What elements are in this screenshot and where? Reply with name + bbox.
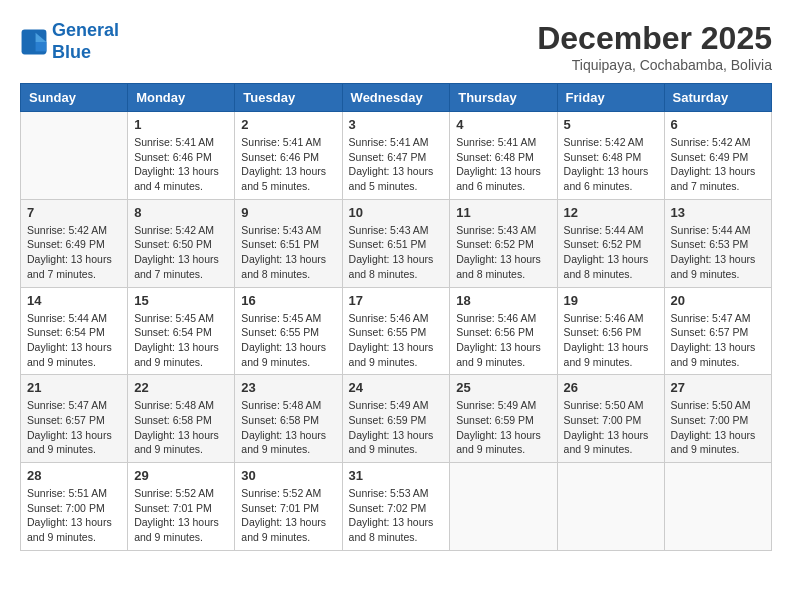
day-number: 17 xyxy=(349,293,444,308)
calendar-cell: 17Sunrise: 5:46 AMSunset: 6:55 PMDayligh… xyxy=(342,287,450,375)
logo-icon xyxy=(20,28,48,56)
logo-line1: General xyxy=(52,20,119,40)
calendar-cell xyxy=(557,463,664,551)
day-number: 30 xyxy=(241,468,335,483)
day-info: Sunrise: 5:52 AMSunset: 7:01 PMDaylight:… xyxy=(241,486,335,545)
calendar-cell: 27Sunrise: 5:50 AMSunset: 7:00 PMDayligh… xyxy=(664,375,771,463)
day-number: 23 xyxy=(241,380,335,395)
page-header: General Blue December 2025 Tiquipaya, Co… xyxy=(20,20,772,73)
calendar-cell: 8Sunrise: 5:42 AMSunset: 6:50 PMDaylight… xyxy=(128,199,235,287)
calendar-cell: 25Sunrise: 5:49 AMSunset: 6:59 PMDayligh… xyxy=(450,375,557,463)
calendar-cell: 11Sunrise: 5:43 AMSunset: 6:52 PMDayligh… xyxy=(450,199,557,287)
day-number: 27 xyxy=(671,380,765,395)
day-info: Sunrise: 5:44 AMSunset: 6:54 PMDaylight:… xyxy=(27,311,121,370)
weekday-header-friday: Friday xyxy=(557,84,664,112)
weekday-header-tuesday: Tuesday xyxy=(235,84,342,112)
calendar-cell: 15Sunrise: 5:45 AMSunset: 6:54 PMDayligh… xyxy=(128,287,235,375)
day-info: Sunrise: 5:51 AMSunset: 7:00 PMDaylight:… xyxy=(27,486,121,545)
calendar-cell: 23Sunrise: 5:48 AMSunset: 6:58 PMDayligh… xyxy=(235,375,342,463)
day-info: Sunrise: 5:47 AMSunset: 6:57 PMDaylight:… xyxy=(671,311,765,370)
day-info: Sunrise: 5:42 AMSunset: 6:48 PMDaylight:… xyxy=(564,135,658,194)
calendar-week-row: 7Sunrise: 5:42 AMSunset: 6:49 PMDaylight… xyxy=(21,199,772,287)
calendar-cell xyxy=(21,112,128,200)
weekday-header-monday: Monday xyxy=(128,84,235,112)
weekday-header-thursday: Thursday xyxy=(450,84,557,112)
location: Tiquipaya, Cochabamba, Bolivia xyxy=(537,57,772,73)
weekday-header-sunday: Sunday xyxy=(21,84,128,112)
day-number: 7 xyxy=(27,205,121,220)
day-info: Sunrise: 5:41 AMSunset: 6:47 PMDaylight:… xyxy=(349,135,444,194)
day-number: 3 xyxy=(349,117,444,132)
calendar-week-row: 21Sunrise: 5:47 AMSunset: 6:57 PMDayligh… xyxy=(21,375,772,463)
title-block: December 2025 Tiquipaya, Cochabamba, Bol… xyxy=(537,20,772,73)
calendar-header-row: SundayMondayTuesdayWednesdayThursdayFrid… xyxy=(21,84,772,112)
calendar-cell: 12Sunrise: 5:44 AMSunset: 6:52 PMDayligh… xyxy=(557,199,664,287)
calendar-cell: 14Sunrise: 5:44 AMSunset: 6:54 PMDayligh… xyxy=(21,287,128,375)
day-number: 20 xyxy=(671,293,765,308)
day-number: 12 xyxy=(564,205,658,220)
day-number: 28 xyxy=(27,468,121,483)
svg-marker-2 xyxy=(36,42,47,51)
calendar-cell: 30Sunrise: 5:52 AMSunset: 7:01 PMDayligh… xyxy=(235,463,342,551)
calendar-cell: 22Sunrise: 5:48 AMSunset: 6:58 PMDayligh… xyxy=(128,375,235,463)
day-number: 5 xyxy=(564,117,658,132)
day-number: 11 xyxy=(456,205,550,220)
day-number: 18 xyxy=(456,293,550,308)
calendar-cell: 16Sunrise: 5:45 AMSunset: 6:55 PMDayligh… xyxy=(235,287,342,375)
day-number: 29 xyxy=(134,468,228,483)
calendar-week-row: 1Sunrise: 5:41 AMSunset: 6:46 PMDaylight… xyxy=(21,112,772,200)
day-number: 24 xyxy=(349,380,444,395)
day-number: 8 xyxy=(134,205,228,220)
calendar-cell: 18Sunrise: 5:46 AMSunset: 6:56 PMDayligh… xyxy=(450,287,557,375)
calendar-cell xyxy=(450,463,557,551)
day-info: Sunrise: 5:41 AMSunset: 6:48 PMDaylight:… xyxy=(456,135,550,194)
calendar-cell: 9Sunrise: 5:43 AMSunset: 6:51 PMDaylight… xyxy=(235,199,342,287)
calendar-cell: 29Sunrise: 5:52 AMSunset: 7:01 PMDayligh… xyxy=(128,463,235,551)
day-number: 13 xyxy=(671,205,765,220)
calendar-cell: 10Sunrise: 5:43 AMSunset: 6:51 PMDayligh… xyxy=(342,199,450,287)
day-info: Sunrise: 5:50 AMSunset: 7:00 PMDaylight:… xyxy=(671,398,765,457)
day-info: Sunrise: 5:49 AMSunset: 6:59 PMDaylight:… xyxy=(456,398,550,457)
day-info: Sunrise: 5:45 AMSunset: 6:54 PMDaylight:… xyxy=(134,311,228,370)
day-info: Sunrise: 5:52 AMSunset: 7:01 PMDaylight:… xyxy=(134,486,228,545)
calendar-cell: 2Sunrise: 5:41 AMSunset: 6:46 PMDaylight… xyxy=(235,112,342,200)
calendar-cell: 6Sunrise: 5:42 AMSunset: 6:49 PMDaylight… xyxy=(664,112,771,200)
calendar-cell: 31Sunrise: 5:53 AMSunset: 7:02 PMDayligh… xyxy=(342,463,450,551)
day-info: Sunrise: 5:41 AMSunset: 6:46 PMDaylight:… xyxy=(241,135,335,194)
calendar-cell: 28Sunrise: 5:51 AMSunset: 7:00 PMDayligh… xyxy=(21,463,128,551)
calendar-cell: 24Sunrise: 5:49 AMSunset: 6:59 PMDayligh… xyxy=(342,375,450,463)
calendar-cell: 5Sunrise: 5:42 AMSunset: 6:48 PMDaylight… xyxy=(557,112,664,200)
calendar-cell: 26Sunrise: 5:50 AMSunset: 7:00 PMDayligh… xyxy=(557,375,664,463)
day-info: Sunrise: 5:49 AMSunset: 6:59 PMDaylight:… xyxy=(349,398,444,457)
day-info: Sunrise: 5:41 AMSunset: 6:46 PMDaylight:… xyxy=(134,135,228,194)
calendar-cell: 1Sunrise: 5:41 AMSunset: 6:46 PMDaylight… xyxy=(128,112,235,200)
day-info: Sunrise: 5:46 AMSunset: 6:55 PMDaylight:… xyxy=(349,311,444,370)
logo: General Blue xyxy=(20,20,119,63)
day-number: 14 xyxy=(27,293,121,308)
day-number: 19 xyxy=(564,293,658,308)
day-number: 10 xyxy=(349,205,444,220)
day-number: 6 xyxy=(671,117,765,132)
calendar-cell xyxy=(664,463,771,551)
day-number: 9 xyxy=(241,205,335,220)
calendar-cell: 3Sunrise: 5:41 AMSunset: 6:47 PMDaylight… xyxy=(342,112,450,200)
day-info: Sunrise: 5:45 AMSunset: 6:55 PMDaylight:… xyxy=(241,311,335,370)
day-info: Sunrise: 5:46 AMSunset: 6:56 PMDaylight:… xyxy=(564,311,658,370)
day-number: 25 xyxy=(456,380,550,395)
calendar-cell: 20Sunrise: 5:47 AMSunset: 6:57 PMDayligh… xyxy=(664,287,771,375)
day-info: Sunrise: 5:43 AMSunset: 6:51 PMDaylight:… xyxy=(349,223,444,282)
day-info: Sunrise: 5:48 AMSunset: 6:58 PMDaylight:… xyxy=(241,398,335,457)
day-info: Sunrise: 5:44 AMSunset: 6:52 PMDaylight:… xyxy=(564,223,658,282)
day-info: Sunrise: 5:42 AMSunset: 6:49 PMDaylight:… xyxy=(671,135,765,194)
weekday-header-wednesday: Wednesday xyxy=(342,84,450,112)
calendar-cell: 19Sunrise: 5:46 AMSunset: 6:56 PMDayligh… xyxy=(557,287,664,375)
calendar-table: SundayMondayTuesdayWednesdayThursdayFrid… xyxy=(20,83,772,551)
logo-line2: Blue xyxy=(52,42,91,62)
day-number: 26 xyxy=(564,380,658,395)
calendar-cell: 4Sunrise: 5:41 AMSunset: 6:48 PMDaylight… xyxy=(450,112,557,200)
day-info: Sunrise: 5:43 AMSunset: 6:52 PMDaylight:… xyxy=(456,223,550,282)
month-title: December 2025 xyxy=(537,20,772,57)
calendar-week-row: 14Sunrise: 5:44 AMSunset: 6:54 PMDayligh… xyxy=(21,287,772,375)
day-number: 1 xyxy=(134,117,228,132)
logo-text: General Blue xyxy=(52,20,119,63)
